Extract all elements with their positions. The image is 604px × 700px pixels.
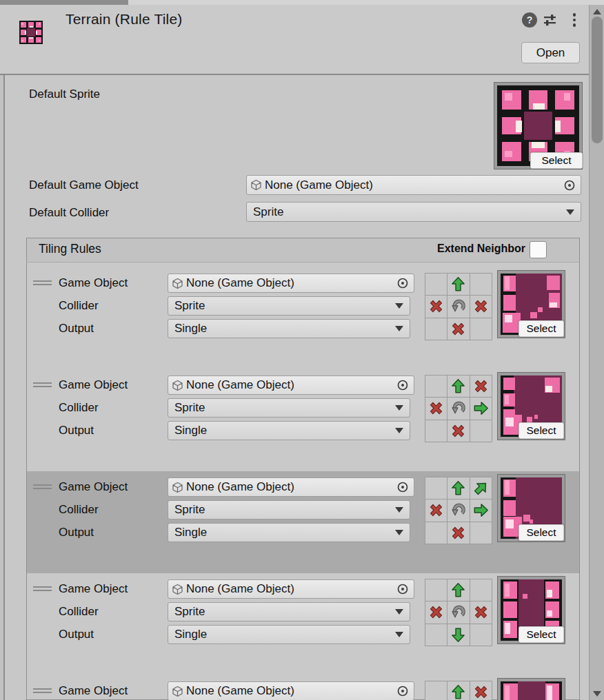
drag-handle-icon[interactable] xyxy=(33,278,52,287)
neighbor-cell[interactable] xyxy=(447,318,469,340)
object-picker-icon[interactable] xyxy=(396,684,410,698)
neighbor-cell[interactable] xyxy=(425,420,447,442)
rule-sprite-preview[interactable]: Select xyxy=(498,271,565,338)
rule-collider-dropdown[interactable]: Sprite xyxy=(168,602,410,621)
more-menu-icon[interactable] xyxy=(570,12,578,28)
neighbor-cell[interactable] xyxy=(447,624,469,646)
rule-collider-dropdown[interactable]: Sprite xyxy=(168,398,410,418)
object-picker-icon[interactable] xyxy=(563,178,576,192)
arrow-up-icon xyxy=(450,582,466,598)
xmark-icon xyxy=(473,298,489,314)
presets-icon[interactable] xyxy=(543,13,557,28)
rule-sprite-preview[interactable]: Select xyxy=(498,577,565,644)
rule-sprite-preview[interactable]: Select xyxy=(498,475,565,542)
neighbor-cell[interactable] xyxy=(447,477,469,499)
tiling-rule-row[interactable]: Game Object Collider Output None (Game O… xyxy=(27,675,579,700)
rule-game-object-field[interactable]: None (Game Object) xyxy=(168,477,414,497)
scroll-down-icon[interactable] xyxy=(593,691,601,697)
neighbor-cell[interactable] xyxy=(425,477,447,499)
neighbor-cell[interactable] xyxy=(470,500,492,521)
scroll-up-icon[interactable] xyxy=(593,9,601,14)
rule-collider-dropdown[interactable]: Sprite xyxy=(168,296,410,316)
xmark-icon xyxy=(428,604,444,620)
neighbor-cell[interactable] xyxy=(447,681,469,700)
rotate-icon xyxy=(450,400,466,416)
default-sprite-select-button[interactable]: Select xyxy=(530,152,583,169)
tiling-rule-row[interactable]: Game Object Collider Output None (Game O… xyxy=(27,267,579,369)
rule-game-object-field[interactable]: None (Game Object) xyxy=(168,274,414,293)
neighbor-cell[interactable] xyxy=(447,420,469,442)
open-button[interactable]: Open xyxy=(521,42,580,63)
neighbor-cell[interactable] xyxy=(447,579,469,601)
neighbor-cell[interactable] xyxy=(425,681,447,700)
neighbor-cell[interactable] xyxy=(447,296,469,317)
neighbor-cell[interactable] xyxy=(447,522,469,544)
select-sprite-button[interactable]: Select xyxy=(519,422,564,439)
neighbor-cell[interactable] xyxy=(425,274,447,295)
select-sprite-button[interactable]: Select xyxy=(519,626,564,643)
drag-handle-icon[interactable] xyxy=(33,686,52,694)
neighbor-cell[interactable] xyxy=(425,500,447,521)
chevron-down-icon xyxy=(395,326,403,331)
neighbor-cell[interactable] xyxy=(470,624,492,646)
arrow-up-icon xyxy=(450,480,466,496)
neighbor-cell[interactable] xyxy=(470,375,492,397)
neighbor-cell[interactable] xyxy=(425,601,447,623)
neighbor-cell[interactable] xyxy=(470,601,492,623)
arrow-down-icon xyxy=(450,627,466,643)
rule-output-label: Output xyxy=(59,319,94,338)
neighbor-cell[interactable] xyxy=(447,601,469,623)
extend-neighbor-checkbox[interactable] xyxy=(530,241,547,258)
chevron-down-icon xyxy=(395,530,403,535)
rule-game-object-field[interactable]: None (Game Object) xyxy=(168,579,414,599)
neighbor-cell[interactable] xyxy=(470,579,492,601)
neighbor-cell[interactable] xyxy=(470,318,492,340)
neighbor-cell[interactable] xyxy=(447,274,469,295)
neighbor-cell[interactable] xyxy=(447,500,469,521)
object-picker-icon[interactable] xyxy=(396,480,410,494)
neighbor-cell[interactable] xyxy=(425,296,447,317)
rule-output-dropdown[interactable]: Single xyxy=(168,421,410,440)
scrollbar-thumb[interactable] xyxy=(592,17,603,143)
scrollbar[interactable] xyxy=(589,5,604,700)
rule-collider-dropdown[interactable]: Sprite xyxy=(168,500,410,519)
drag-handle-icon[interactable] xyxy=(33,482,52,491)
help-icon[interactable]: ? xyxy=(522,12,537,28)
default-collider-dropdown[interactable]: Sprite xyxy=(246,202,581,222)
select-sprite-button[interactable]: Select xyxy=(519,524,564,541)
rule-game-object-field[interactable]: None (Game Object) xyxy=(168,681,414,700)
neighbor-cell[interactable] xyxy=(470,681,492,700)
neighbor-cell[interactable] xyxy=(425,375,447,397)
rule-game-object-field[interactable]: None (Game Object) xyxy=(168,375,414,395)
neighbor-cell[interactable] xyxy=(470,274,492,295)
neighbor-cell[interactable] xyxy=(470,420,492,442)
neighbor-cell[interactable] xyxy=(425,318,447,340)
tiling-rule-row[interactable]: Game Object Collider Output None (Game O… xyxy=(27,471,579,573)
default-game-object-field[interactable]: None (Game Object) xyxy=(246,175,581,195)
xmark-icon xyxy=(473,684,489,700)
default-collider-value: Sprite xyxy=(253,205,566,219)
neighbor-cell[interactable] xyxy=(425,579,447,601)
neighbor-cell[interactable] xyxy=(425,522,447,544)
neighbor-cell[interactable] xyxy=(470,477,492,499)
neighbor-cell[interactable] xyxy=(470,522,492,544)
tiling-rule-row[interactable]: Game Object Collider Output None (Game O… xyxy=(27,369,579,471)
neighbor-cell[interactable] xyxy=(447,398,469,419)
neighbor-cell[interactable] xyxy=(470,296,492,317)
rule-output-dropdown[interactable]: Single xyxy=(168,625,410,644)
drag-handle-icon[interactable] xyxy=(33,380,52,389)
tiling-rule-row[interactable]: Game Object Collider Output None (Game O… xyxy=(27,573,579,675)
object-picker-icon[interactable] xyxy=(396,582,410,596)
neighbor-cell[interactable] xyxy=(470,398,492,419)
object-picker-icon[interactable] xyxy=(396,276,410,290)
drag-handle-icon[interactable] xyxy=(33,584,52,593)
neighbor-cell[interactable] xyxy=(447,375,469,397)
neighbor-cell[interactable] xyxy=(425,624,447,646)
rule-output-dropdown[interactable]: Single xyxy=(168,523,410,542)
select-sprite-button[interactable]: Select xyxy=(519,320,564,337)
rule-sprite-preview[interactable]: Select xyxy=(498,679,565,700)
rule-sprite-preview[interactable]: Select xyxy=(498,373,565,440)
neighbor-cell[interactable] xyxy=(425,398,447,419)
rule-output-dropdown[interactable]: Single xyxy=(168,319,410,338)
object-picker-icon[interactable] xyxy=(396,378,410,392)
